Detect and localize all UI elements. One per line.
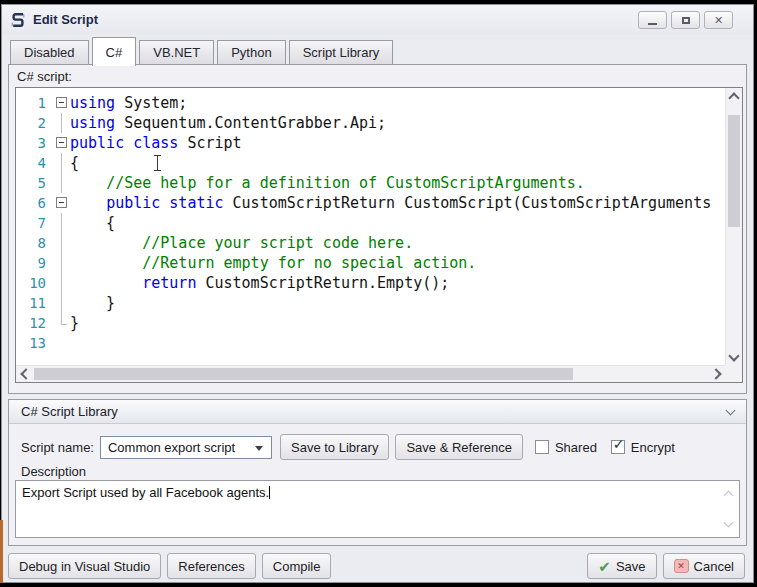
fold-margin xyxy=(54,233,70,253)
code-text: using Sequentum.ContentGrabber.Api; xyxy=(70,113,386,133)
line-number: 3 xyxy=(16,133,54,153)
code-text: return CustomScriptReturn.Empty(); xyxy=(70,273,449,293)
code-line[interactable]: 10 return CustomScriptReturn.Empty(); xyxy=(16,273,725,293)
tab-vb-net[interactable]: VB.NET xyxy=(139,40,214,65)
horizontal-scroll-thumb[interactable] xyxy=(34,368,573,380)
tab-script-library[interactable]: Script Library xyxy=(289,40,394,65)
save-button-label: Save xyxy=(616,559,646,574)
code-line[interactable]: 6 public static CustomScriptReturn Custo… xyxy=(16,193,725,213)
code-line[interactable]: 2using Sequentum.ContentGrabber.Api; xyxy=(16,113,725,133)
tab-python[interactable]: Python xyxy=(217,40,285,65)
fold-margin xyxy=(54,273,70,293)
scroll-right-arrow-icon[interactable] xyxy=(709,366,725,382)
script-name-value: Common export script xyxy=(108,440,235,455)
fold-margin xyxy=(54,313,70,333)
script-library-panel: C# Script Library Script name: Common ex… xyxy=(8,399,747,546)
shared-checkbox-box[interactable] xyxy=(535,440,549,454)
tab-label: Disabled xyxy=(24,45,75,60)
fold-collapse-icon[interactable] xyxy=(54,93,70,113)
encrypt-checkbox-box[interactable]: ✓ xyxy=(611,440,625,454)
scroll-up-arrow-icon[interactable] xyxy=(726,88,742,104)
code-text: public class Script xyxy=(70,133,242,153)
tab-label: Python xyxy=(231,45,271,60)
line-number: 4 xyxy=(16,153,54,173)
tab-bar: DisabledC#VB.NETPythonScript Library xyxy=(10,36,396,65)
save-button[interactable]: ✔ Save xyxy=(587,553,656,579)
window-title: Edit Script xyxy=(33,12,98,27)
tab-label: C# xyxy=(106,45,123,60)
code-text: } xyxy=(70,313,79,333)
fold-margin xyxy=(54,253,70,273)
references-button[interactable]: References xyxy=(167,553,255,579)
fold-margin xyxy=(54,113,70,133)
scroll-left-arrow-icon[interactable] xyxy=(16,366,32,382)
shared-checkbox[interactable]: Shared xyxy=(535,440,597,455)
minimize-button[interactable] xyxy=(638,11,667,29)
editor-vertical-scrollbar[interactable] xyxy=(725,88,742,365)
tab-label: VB.NET xyxy=(153,45,200,60)
description-scroll-up-icon[interactable] xyxy=(724,491,734,501)
fold-margin xyxy=(54,293,70,313)
compile-button[interactable]: Compile xyxy=(262,553,332,579)
line-number: 7 xyxy=(16,213,54,233)
code-text: } xyxy=(70,293,115,313)
scrollbar-corner xyxy=(725,365,742,382)
save-and-reference-button[interactable]: Save & Reference xyxy=(395,434,523,460)
description-input[interactable]: Export Script used by all Facebook agent… xyxy=(15,480,740,538)
editor-horizontal-scrollbar[interactable] xyxy=(16,365,725,382)
line-number: 11 xyxy=(16,293,54,313)
collapse-chevron-icon[interactable] xyxy=(726,405,736,415)
tab-disabled[interactable]: Disabled xyxy=(10,40,89,65)
code-line[interactable]: 1using System; xyxy=(16,93,725,113)
vertical-scroll-thumb[interactable] xyxy=(728,115,740,227)
library-controls-row: Script name: Common export script Save t… xyxy=(21,433,738,461)
code-line[interactable]: 5 //See help for a definition of CustomS… xyxy=(16,173,725,193)
debug-in-visual-studio-button[interactable]: Debug in Visual Studio xyxy=(8,553,161,579)
script-library-header[interactable]: C# Script Library xyxy=(9,400,746,424)
maximize-button[interactable] xyxy=(671,11,700,29)
title-bar[interactable]: Edit Script ✕ xyxy=(2,5,753,35)
code-line[interactable]: 12} xyxy=(16,313,725,333)
line-number: 1 xyxy=(16,93,54,113)
close-icon: ✕ xyxy=(714,15,723,26)
code-line[interactable]: 8 //Place your script code here. xyxy=(16,233,725,253)
csharp-tab-panel: C# script: 1using System;2using Sequentu… xyxy=(8,64,747,394)
fold-margin xyxy=(54,213,70,233)
fold-margin xyxy=(54,173,70,193)
save-to-library-button[interactable]: Save to Library xyxy=(280,434,389,460)
code-text: public static CustomScriptReturn CustomS… xyxy=(70,193,711,213)
background-window-sliver xyxy=(0,520,3,583)
maximize-icon xyxy=(682,17,690,24)
dropdown-arrow-icon xyxy=(255,446,263,451)
code-line[interactable]: 7 { xyxy=(16,213,725,233)
description-scroll-down-icon[interactable] xyxy=(724,518,734,528)
minimize-icon xyxy=(648,23,657,25)
edit-script-window: Edit Script ✕ DisabledC#VB.NETPythonScri… xyxy=(1,4,754,583)
code-line[interactable]: 11 } xyxy=(16,293,725,313)
shared-label: Shared xyxy=(555,440,597,455)
code-line[interactable]: 9 //Return empty for no special action. xyxy=(16,253,725,273)
window-controls: ✕ xyxy=(638,11,733,29)
description-label: Description xyxy=(21,464,86,479)
close-button[interactable]: ✕ xyxy=(704,11,733,29)
encrypt-check-icon: ✓ xyxy=(613,437,625,451)
code-line[interactable]: 3public class Script xyxy=(16,133,725,153)
encrypt-label: Encrypt xyxy=(631,440,675,455)
code-line[interactable]: 13 xyxy=(16,333,725,353)
script-library-header-label: C# Script Library xyxy=(21,404,118,419)
line-number: 8 xyxy=(16,233,54,253)
code-text: //Return empty for no special action. xyxy=(70,253,476,273)
script-name-select[interactable]: Common export script xyxy=(100,436,272,459)
encrypt-checkbox[interactable]: ✓ Encrypt xyxy=(611,440,675,455)
tab-c[interactable]: C# xyxy=(92,37,137,66)
code-lines[interactable]: 1using System;2using Sequentum.ContentGr… xyxy=(16,88,725,365)
fold-collapse-icon[interactable] xyxy=(54,133,70,153)
description-value: Export Script used by all Facebook agent… xyxy=(22,485,269,500)
text-cursor-icon xyxy=(157,156,158,170)
code-line[interactable]: 4{ xyxy=(16,153,725,173)
line-number: 5 xyxy=(16,173,54,193)
scroll-down-arrow-icon[interactable] xyxy=(726,349,742,365)
fold-collapse-icon[interactable] xyxy=(54,193,70,213)
code-editor[interactable]: 1using System;2using Sequentum.ContentGr… xyxy=(15,87,743,383)
cancel-button[interactable]: ✕ Cancel xyxy=(663,553,745,579)
